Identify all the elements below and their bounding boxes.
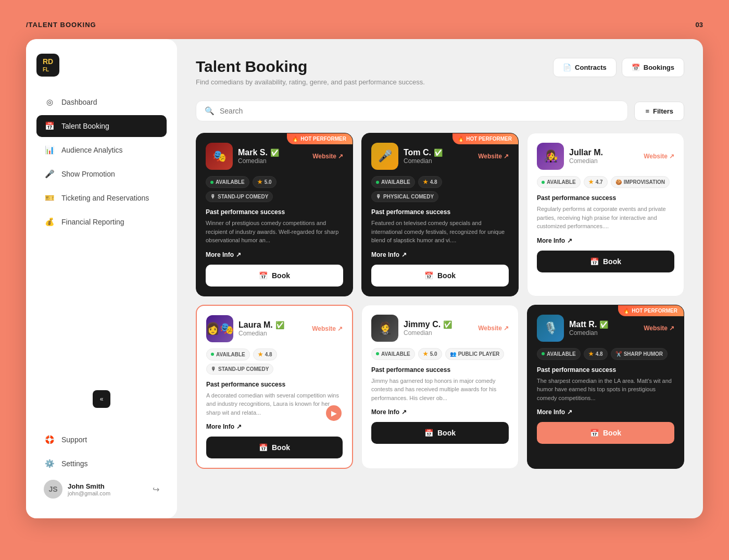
more-info-link[interactable]: More Info ↗ [206,423,343,430]
genre-tag: 🍪 IMPROVISATION [611,176,670,188]
fire-icon: 🔥 [623,308,630,314]
website-link[interactable]: Website ↗ [644,325,674,332]
star-icon: ★ [588,351,594,357]
search-icon: 🔍 [205,106,215,116]
available-dot [542,352,545,355]
calendar-btn-icon: 📅 [590,429,599,437]
sidebar-item-audience-analytics[interactable]: 📊 Audience Analytics [36,139,167,161]
book-button[interactable]: 📅 Book [206,437,343,458]
performer-avatar: 🤵 [371,315,398,342]
book-button[interactable]: 📅 Book [537,422,674,444]
availability-tag: AVAILABLE [206,349,250,360]
website-link[interactable]: Website ↗ [644,153,674,160]
gear-icon: ⚙️ [44,458,55,469]
hot-badge: 🔥 HOT PERFORMER [618,305,684,316]
rating-tag: ★ 5.0 [418,348,442,360]
success-section: Past performance success Winner of prest… [206,208,343,245]
sidebar-item-support[interactable]: 🛟 Support [36,429,167,451]
performer-name: Tom C. ✅ [404,148,473,157]
sidebar-item-dashboard[interactable]: ◎ Dashboard [36,91,167,113]
logout-icon[interactable]: ↪ [153,484,159,494]
book-button[interactable]: 📅 Book [537,251,674,272]
website-link[interactable]: Website ↗ [312,325,343,332]
verified-icon: ✅ [270,148,279,157]
performer-card-mark-s: 🔥 true HOT PERFORMER 🎭 Mark S. ✅ Comedia… [196,133,353,296]
website-link[interactable]: Website ↗ [478,153,509,160]
bookings-button[interactable]: 📅 Bookings [622,58,684,77]
performer-desc: A decorated comedian with several compet… [206,391,343,417]
search-input[interactable] [220,107,619,115]
sidebar-item-label: Audience Analytics [61,146,123,154]
rating-tag: ★ 4.8 [418,176,442,188]
cookie-icon: 🍪 [615,179,622,185]
performer-info: Tom C. ✅ Comedian [404,148,473,165]
more-info-link[interactable]: More Info ↗ [371,408,509,416]
performer-card-jullar-m: 👩‍🎤 Jullar M. Comedian Website ↗ [527,133,684,296]
more-info-link[interactable]: More Info ↗ [537,237,674,244]
sidebar-item-financial[interactable]: 💰 Financial Reporting [36,211,167,233]
website-link[interactable]: Website ↗ [312,153,343,160]
sidebar-bottom: 🛟 Support ⚙️ Settings [36,418,167,475]
page-subtitle: Find comedians by availability, rating, … [196,78,425,86]
sidebar-item-settings[interactable]: ⚙️ Settings [36,453,167,475]
performer-desc: Featured on televised comedy specials an… [371,219,509,245]
contracts-button[interactable]: 📄 Contracts [553,58,617,77]
performer-card-jimmy-c: 🤵 Jimmy C. ✅ Comedian Website ↗ [361,305,519,469]
filters-button[interactable]: ≡ Filters [634,102,684,121]
website-link[interactable]: Website ↗ [478,325,509,332]
available-dot [211,353,214,356]
main-header: Talent Booking Find comedians by availab… [196,58,684,86]
collapse-button[interactable]: « [93,390,110,408]
support-icon: 🛟 [44,434,55,445]
more-info-link[interactable]: More Info ↗ [371,251,509,258]
more-info-link[interactable]: More Info ↗ [206,251,343,258]
user-email: john@gmail.com [68,490,147,496]
app-title: /TALENT BOOKING [26,21,96,29]
genre-tag: 🎙 STAND-UP COMEDY [206,364,273,375]
success-section: Past performance success Featured on tel… [371,208,509,245]
availability-tag: AVAILABLE [371,176,415,188]
success-section: Past performance success Jimmy has garne… [371,366,509,403]
star-icon: ★ [257,179,262,185]
performer-card-laura-m: 👩‍🎭 Laura M. ✅ Comedian Website ↗ [196,305,353,469]
book-button[interactable]: 📅 Book [206,265,343,287]
sidebar-item-talent-booking[interactable]: 📅 Talent Booking [36,115,167,137]
user-profile-row: JS John Smith john@gmail.com ↪ [36,475,167,504]
book-button[interactable]: 📅 Book [371,422,509,444]
available-dot [542,181,545,184]
performer-card-matt-r: 🔥 HOT PERFORMER 🎙️ Matt R. ✅ Comedian [527,305,684,469]
calendar-btn-icon: 📅 [259,271,268,280]
mic-tag-icon: 🎙 [376,194,381,200]
sidebar-item-label: Dashboard [61,98,97,106]
sidebar-item-label: Settings [61,459,88,468]
performer-name: Matt R. ✅ [569,320,638,329]
sidebar-item-show-promotion[interactable]: 🎤 Show Promotion [36,163,167,185]
card-header: 👩‍🎤 Jullar M. Comedian Website ↗ [537,143,674,170]
user-name: John Smith [68,482,147,490]
success-title: Past performance success [537,194,674,202]
performer-info: Matt R. ✅ Comedian [569,320,638,337]
performer-name: Mark S. ✅ [238,148,307,157]
star-icon: ★ [423,351,428,357]
star-icon: ★ [423,179,428,185]
sidebar-item-ticketing[interactable]: 🎫 Ticketing and Reservations [36,187,167,209]
rating-tag: ★ 4.7 [584,176,608,188]
genre-tag: ✂️ SHARP HUMOR [611,348,668,360]
star-icon: ★ [258,351,263,358]
success-title: Past performance success [371,366,509,374]
more-info-link[interactable]: More Info ↗ [537,408,674,416]
contracts-label: Contracts [575,64,607,71]
fire-icon: 🔥 [292,136,298,142]
filter-icon: ≡ [645,107,649,115]
chart-icon: 📊 [44,144,55,156]
performer-role: Comedian [569,157,638,165]
book-button[interactable]: 📅 Book [371,265,509,287]
genre-tag: 👥 PUBLIC PLAYER [445,348,505,360]
performers-grid: 🔥 true HOT PERFORMER 🎭 Mark S. ✅ Comedia… [196,133,684,469]
performer-name: Laura M. ✅ [238,320,307,330]
performer-role: Comedian [238,157,307,165]
star-icon: ★ [588,179,594,185]
performer-name: Jullar M. [569,148,638,157]
performer-desc: Winner of prestigious comedy competition… [206,219,343,245]
performer-tags: AVAILABLE ★ 4.8 🎙 PHYSICAL COMEDY [371,176,509,202]
